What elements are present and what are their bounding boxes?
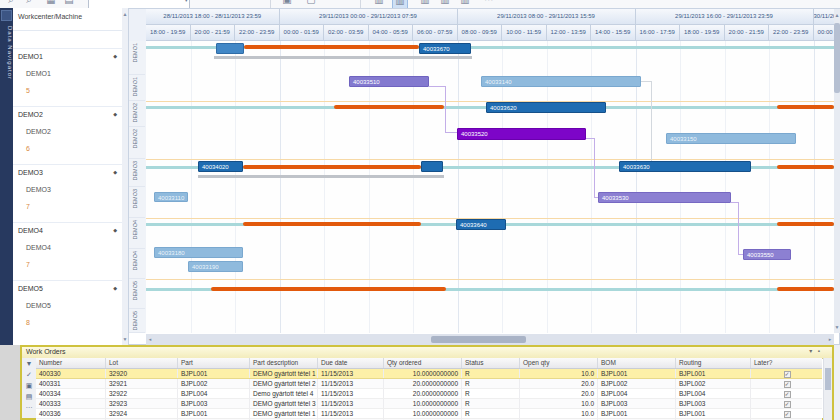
layout-icon[interactable]: ▢ (304, 0, 318, 7)
task-bar[interactable]: 40033530 (598, 192, 731, 203)
gantt-row-label: DEMO3 (129, 187, 145, 218)
table-cell: BJPL001 (598, 369, 676, 378)
row-label-text: DEMO3 (132, 161, 138, 181)
table-row[interactable]: 40033332923BJPL003DEMO gyártott tétel 31… (36, 399, 822, 409)
pin-icon[interactable]: ◆ (113, 111, 117, 117)
more-icon[interactable]: ⋯ (22, 402, 36, 413)
table-row[interactable]: 40033132921BJPL002DEMO gyártott tétel 21… (36, 379, 822, 389)
column-header-status[interactable]: Status (462, 358, 520, 368)
table-row[interactable]: 40033632924BJPL001DEMO gyártott tétel 11… (36, 409, 822, 419)
table-cell: DEMO gyártott tétel 2 (250, 379, 318, 388)
table-cell: 400331 (36, 379, 106, 388)
column-header-part-description[interactable]: Part description (250, 358, 318, 368)
copy-icon[interactable]: ▣ (22, 380, 36, 391)
scrollbar-thumb[interactable] (431, 336, 526, 343)
table-cell: BJPL002 (676, 379, 751, 388)
column-header-part[interactable]: Part (178, 358, 250, 368)
work-orders-scrollbar[interactable] (823, 358, 832, 420)
pin-icon[interactable]: ◆ (113, 53, 117, 59)
work-orders-toolbar: ▼✓▣▤⋯ (22, 358, 37, 418)
column-header-due-date[interactable]: Due date (318, 358, 384, 368)
task-bar[interactable]: 40033180 (154, 247, 243, 258)
task-bar[interactable] (216, 43, 244, 54)
sidebar-group-demo3[interactable]: DEMO3◆DEMO37 (13, 164, 122, 223)
view-month-icon[interactable]: ▥ (418, 0, 432, 7)
export-icon[interactable]: ▣ (280, 0, 294, 7)
time-header-cell: 10:00 - 11:59 (502, 25, 547, 41)
later-checkbox[interactable]: ✓ (784, 371, 791, 378)
print-icon[interactable]: ▤ (62, 0, 76, 7)
scroll-up-icon[interactable]: ▲ (834, 11, 840, 19)
view-quarter-icon[interactable]: ▥ (438, 0, 452, 7)
zoom-in-icon[interactable]: ⌕ (4, 0, 18, 7)
gantt-row-label: DEMO3 (129, 159, 145, 187)
pin-icon[interactable]: ◆ (113, 227, 117, 233)
machine-item[interactable]: DEMO1 (26, 70, 51, 77)
zoom-out-icon[interactable]: ⌕ (22, 0, 36, 7)
task-bar[interactable]: 40034020 (198, 161, 243, 172)
table-row[interactable]: 40033032920BJPL001DEMO gyártott tétel 11… (36, 369, 822, 379)
machine-item[interactable]: DEMO3 (26, 186, 51, 193)
machine-item[interactable]: DEMO2 (26, 128, 51, 135)
machine-badge[interactable]: 7 (26, 203, 30, 210)
task-bar[interactable]: 40033550 (743, 249, 791, 260)
task-bar[interactable]: 40033140 (481, 76, 641, 87)
filter-icon[interactable]: ▼ (22, 358, 36, 369)
column-header-qty-ordered[interactable]: Qty ordered (384, 358, 462, 368)
machine-badge[interactable]: 7 (26, 261, 30, 268)
scrollbar-thumb[interactable] (834, 23, 840, 93)
sidebar-group-demo4[interactable]: DEMO4◆DEMO47 (13, 222, 122, 281)
task-bar[interactable]: 40033110 (154, 192, 188, 202)
machine-badge[interactable]: 6 (26, 145, 30, 152)
view-year-icon[interactable]: ▥ (458, 0, 472, 7)
task-bar[interactable]: 40033510 (349, 76, 429, 87)
task-bar[interactable]: 40033670 (419, 43, 471, 54)
panel-menu-icons[interactable]: ▾ ▪ (809, 347, 822, 354)
pin-icon[interactable]: ◆ (113, 285, 117, 291)
machine-item[interactable]: DEMO5 (26, 302, 51, 309)
sidebar-group-demo5[interactable]: DEMO5◆DEMO58 (13, 280, 122, 339)
data-navigator-strip[interactable]: Data Navigator (0, 8, 13, 345)
later-checkbox[interactable]: ✓ (784, 391, 791, 398)
later-checkbox[interactable]: ✓ (784, 381, 791, 388)
task-bar[interactable]: 40033640 (456, 219, 506, 230)
row-label-text: DEMO1 (132, 43, 138, 63)
sidebar-group-demo1[interactable]: DEMO1◆DEMO15 (13, 48, 122, 107)
machine-item[interactable]: DEMO4 (26, 244, 51, 251)
task-bar[interactable]: 40033150 (666, 133, 796, 144)
group-label: DEMO1 (18, 53, 43, 60)
task-bar[interactable] (421, 161, 443, 172)
machine-badge[interactable]: 8 (26, 319, 30, 326)
gantt-chart-body[interactable]: 4003367040033510400331404003362040033520… (146, 41, 834, 333)
later-checkbox[interactable]: ✓ (784, 401, 791, 408)
column-header-lot[interactable]: Lot (106, 358, 178, 368)
task-bar[interactable]: 40033520 (457, 128, 586, 140)
table-row[interactable]: 40033432922BJPL004Demo gyártott tétel 41… (36, 389, 822, 399)
column-header-later-[interactable]: Later? (751, 358, 822, 368)
column-header-open-qty[interactable]: Open qty (520, 358, 598, 368)
column-header-number[interactable]: Number (36, 358, 106, 368)
later-checkbox[interactable]: ✓ (784, 411, 791, 418)
gantt-vertical-scrollbar[interactable]: ▲ ▼ (834, 9, 840, 333)
table-cell: ✓ (751, 399, 822, 408)
sidebar-group-demo2[interactable]: DEMO2◆DEMO26 (13, 106, 122, 165)
column-header-bom[interactable]: BOM (598, 358, 676, 368)
pin-icon[interactable]: ◆ (113, 169, 117, 175)
task-bar[interactable]: 40033190 (188, 261, 243, 272)
scroll-down-icon[interactable]: ▼ (834, 323, 840, 331)
view-day-icon[interactable]: ▥ (372, 0, 386, 7)
edit-check-icon[interactable]: ✓ (22, 369, 36, 380)
table-cell: 32922 (106, 389, 178, 398)
group-label: DEMO3 (18, 169, 43, 176)
save-icon[interactable]: ▦ (44, 0, 58, 7)
column-header-routing[interactable]: Routing (676, 358, 751, 368)
task-bar[interactable]: 40033620 (486, 102, 606, 113)
print-icon[interactable]: ▤ (22, 391, 36, 402)
scroll-right-icon[interactable]: ▸ (827, 335, 833, 343)
scroll-left-icon[interactable]: ◂ (147, 335, 153, 343)
task-bar[interactable]: 40033630 (619, 161, 751, 172)
more-icon[interactable]: ⋯ (482, 0, 496, 7)
machine-badge[interactable]: 5 (26, 87, 30, 94)
gantt-horizontal-scrollbar[interactable]: ◂ ▸ (146, 334, 834, 345)
scrollbar-thumb[interactable] (825, 368, 831, 390)
